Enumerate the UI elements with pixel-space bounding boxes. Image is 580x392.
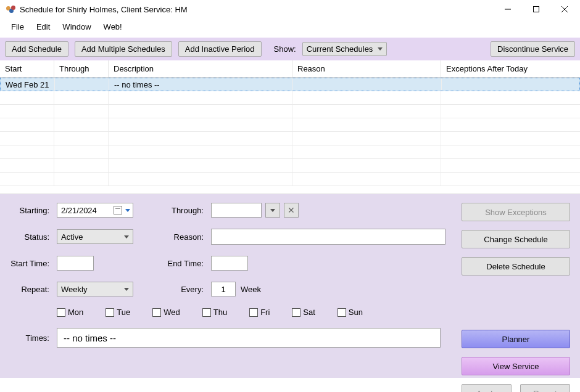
day-fri[interactable]: Fri — [249, 308, 270, 317]
chevron-down-icon — [124, 288, 129, 291]
form-panel: Starting: 2/21/2024 Through: ✕ Status: A… — [0, 194, 580, 378]
apply-button[interactable]: Apply — [462, 384, 512, 392]
grid-header: Start Through Description Reason Excepti… — [0, 60, 580, 78]
cell-start: Wed Feb 21 — [1, 78, 55, 91]
status-select[interactable]: Active — [57, 229, 133, 244]
through-dropdown-button[interactable] — [265, 203, 280, 218]
cell-through — [55, 78, 109, 91]
checkbox-icon — [152, 308, 161, 317]
day-mon[interactable]: Mon — [57, 308, 83, 317]
add-multiple-schedules-button[interactable]: Add Multiple Schedules — [75, 41, 172, 57]
col-description[interactable]: Description — [109, 60, 292, 77]
status-label: Status: — [9, 232, 57, 242]
menu-edit[interactable]: Edit — [31, 21, 55, 33]
table-row[interactable] — [0, 159, 580, 173]
through-date-input[interactable] — [211, 203, 262, 218]
checkbox-icon — [57, 308, 65, 317]
window-title: Schedule for Shirly Holmes, Client Servi… — [20, 5, 188, 14]
starting-date-input[interactable]: 2/21/2024 — [57, 203, 133, 218]
menu-file[interactable]: File — [6, 21, 29, 33]
add-schedule-button[interactable]: Add Schedule — [5, 41, 68, 57]
add-inactive-period-button[interactable]: Add Inactive Period — [178, 41, 262, 57]
delete-schedule-button[interactable]: Delete Schedule — [462, 257, 570, 276]
repeat-select[interactable]: Weekly — [57, 282, 133, 296]
table-row[interactable] — [0, 132, 580, 145]
col-through[interactable]: Through — [54, 60, 109, 77]
starting-value: 2/21/2024 — [61, 206, 97, 215]
day-sat[interactable]: Sat — [292, 308, 315, 317]
cell-reason — [293, 78, 442, 91]
menu-web[interactable]: Web! — [99, 21, 127, 33]
col-start[interactable]: Start — [0, 60, 54, 77]
planner-button[interactable]: Planner — [462, 330, 570, 348]
col-exceptions[interactable]: Exceptions After Today — [441, 60, 580, 77]
days-row: Mon Tue Wed Thu Fri Sat Sun — [57, 308, 445, 317]
menu-window[interactable]: Window — [57, 21, 96, 33]
day-sun[interactable]: Sun — [338, 308, 363, 317]
repeat-value: Weekly — [61, 285, 87, 294]
checkbox-icon — [338, 308, 346, 317]
day-tue[interactable]: Tue — [106, 308, 130, 317]
reason-input[interactable] — [211, 229, 445, 245]
chevron-down-icon — [270, 209, 275, 212]
day-thu[interactable]: Thu — [202, 308, 227, 317]
menu-bar: File Edit Window Web! — [0, 18, 580, 38]
checkbox-icon — [202, 308, 211, 317]
discontinue-service-button[interactable]: Discontinue Service — [491, 41, 575, 57]
cell-description: -- no times -- — [109, 78, 293, 91]
start-time-label: Start Time: — [9, 259, 57, 268]
status-value: Active — [61, 232, 83, 242]
grid-body: Wed Feb 21 -- no times -- — [0, 78, 580, 194]
table-row[interactable] — [0, 145, 580, 159]
close-icon: ✕ — [288, 205, 295, 215]
table-row[interactable] — [0, 105, 580, 118]
cell-exceptions — [442, 78, 579, 91]
times-input[interactable]: -- no times -- — [57, 328, 441, 348]
calendar-icon — [114, 206, 122, 214]
chevron-down-icon — [125, 209, 130, 212]
checkbox-icon — [249, 308, 258, 317]
show-exceptions-button[interactable]: Show Exceptions — [462, 203, 570, 221]
table-row[interactable] — [0, 91, 580, 105]
svg-rect-1 — [534, 7, 539, 12]
end-time-input[interactable] — [211, 256, 248, 271]
start-time-input[interactable] — [57, 256, 94, 271]
starting-label: Starting: — [9, 206, 57, 215]
show-value: Current Schedules — [307, 44, 373, 54]
table-row[interactable] — [0, 118, 580, 132]
chevron-down-icon — [124, 235, 129, 239]
show-label: Show: — [274, 44, 296, 54]
title-bar: Schedule for Shirly Holmes, Client Servi… — [0, 0, 580, 18]
through-label: Through: — [143, 206, 211, 215]
side-buttons: Show Exceptions Change Schedule Delete S… — [462, 203, 570, 392]
table-row[interactable] — [0, 173, 580, 186]
repeat-label: Repeat: — [9, 285, 57, 294]
every-label: Every: — [143, 285, 211, 294]
checkbox-icon — [106, 308, 114, 317]
close-button[interactable] — [550, 0, 579, 18]
checkbox-icon — [292, 308, 300, 317]
show-select[interactable]: Current Schedules — [302, 42, 387, 56]
through-clear-button[interactable]: ✕ — [284, 203, 299, 218]
view-service-button[interactable]: View Service — [462, 357, 570, 375]
reason-label: Reason: — [143, 232, 211, 242]
times-label: Times: — [9, 333, 57, 343]
col-reason[interactable]: Reason — [292, 60, 441, 77]
toolbar: Add Schedule Add Multiple Schedules Add … — [0, 38, 580, 60]
chevron-down-icon — [378, 47, 383, 51]
change-schedule-button[interactable]: Change Schedule — [462, 230, 570, 248]
every-input[interactable]: 1 — [211, 282, 236, 296]
day-wed[interactable]: Wed — [152, 308, 180, 317]
maximize-button[interactable] — [522, 0, 550, 18]
revert-button[interactable]: Revert — [520, 384, 570, 392]
minimize-button[interactable] — [494, 0, 522, 18]
end-time-label: End Time: — [143, 259, 211, 268]
week-label: Week — [241, 285, 261, 294]
table-row[interactable]: Wed Feb 21 -- no times -- — [0, 78, 580, 91]
schedule-grid: Start Through Description Reason Excepti… — [0, 60, 580, 194]
app-icon — [6, 4, 16, 14]
